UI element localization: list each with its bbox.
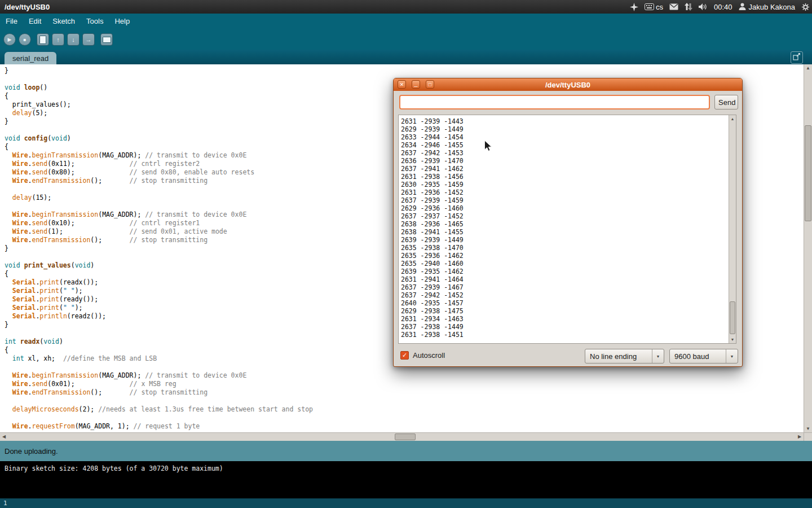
serial-row: 2637 -2938 -1449 <box>401 323 729 331</box>
mouse-cursor <box>484 140 493 152</box>
mail-icon[interactable] <box>669 3 678 10</box>
console-text: Binary sketch size: 4208 bytes (of a 307… <box>5 465 807 472</box>
serial-window-title: /dev/ttyUSB0 <box>394 81 742 89</box>
baud-rate-select[interactable]: 9600 baud ▼ <box>669 349 738 364</box>
serial-monitor-button[interactable] <box>100 33 113 46</box>
gear-icon[interactable] <box>801 3 810 11</box>
user-icon <box>739 3 746 11</box>
menu-help[interactable]: Help <box>109 14 135 29</box>
menu-edit[interactable]: Edit <box>23 14 47 29</box>
serial-monitor-icon <box>103 37 111 43</box>
menu-sketch[interactable]: Sketch <box>47 14 81 29</box>
tab-serial-read[interactable]: serial_read <box>5 52 56 64</box>
menu-file[interactable]: File <box>0 14 23 29</box>
serial-scroll-thumb[interactable] <box>730 301 735 334</box>
serial-row: 2637 -2937 -1452 <box>401 212 729 220</box>
down-arrow-icon: ↓ <box>72 36 75 43</box>
serial-row: 2631 -2936 -1452 <box>401 189 729 196</box>
serial-window-titlebar[interactable]: /dev/ttyUSB0 ✕ ─ □ <box>394 78 742 91</box>
minimize-icon: ─ <box>414 85 417 88</box>
serial-monitor-controls: ✓ Autoscroll No line ending ▼ 9600 baud … <box>394 348 742 364</box>
code-line: Wire.endTransmission(); // stop transmit… <box>5 388 804 397</box>
toolbar: ▶ ■ ↑ ↓ → <box>0 29 812 50</box>
scroll-right-icon[interactable]: ▶ <box>796 433 804 441</box>
serial-row: 2629 -2938 -1475 <box>401 307 729 315</box>
serial-row: 2633 -2944 -1454 <box>401 133 729 141</box>
check-icon: ✓ <box>402 352 407 359</box>
serial-row: 2635 -2938 -1470 <box>401 244 729 252</box>
keyboard-layout-label: cs <box>656 3 663 11</box>
code-line <box>5 397 804 405</box>
up-arrow-icon: ↑ <box>56 36 60 43</box>
autoscroll-label: Autoscroll <box>413 351 445 360</box>
serial-row: 2629 -2939 -1449 <box>401 125 729 133</box>
tab-menu-icon <box>793 52 801 63</box>
maximize-icon: □ <box>429 82 431 87</box>
keyboard-layout-indicator[interactable]: cs <box>645 3 663 11</box>
stop-button[interactable]: ■ <box>19 33 31 46</box>
verify-button[interactable]: ▶ <box>3 33 16 46</box>
send-button[interactable]: Send <box>714 95 738 110</box>
editor-vertical-scrollbar[interactable]: ▲ ▼ <box>804 64 812 432</box>
serial-row: 2631 -2938 -1451 <box>401 331 729 339</box>
scroll-up-icon[interactable]: ▲ <box>729 115 736 122</box>
code-line <box>5 414 804 422</box>
clock[interactable]: 00:40 <box>714 3 732 11</box>
serial-row: 2635 -2936 -1462 <box>401 252 729 260</box>
scroll-down-icon[interactable]: ▼ <box>804 425 812 432</box>
code-line: delayMicroseconds(2); //needs at least 1… <box>5 405 804 414</box>
serial-row: 2637 -2939 -1467 <box>401 283 729 291</box>
keyboard-icon <box>645 3 654 10</box>
right-arrow-icon: → <box>86 36 92 43</box>
minimize-button[interactable]: ─ <box>412 80 420 89</box>
serial-send-input[interactable] <box>399 95 710 110</box>
editor-horizontal-scrollbar[interactable]: ◀ ▶ <box>0 432 804 441</box>
system-tray: cs 00:40 Jakub Kakona <box>630 0 810 14</box>
scroll-up-icon[interactable]: ▲ <box>804 64 812 72</box>
user-menu[interactable]: Jakub Kakona <box>739 3 795 11</box>
serial-row: 2639 -2935 -1462 <box>401 268 729 275</box>
line-ending-value: No line ending <box>585 352 652 361</box>
star-icon[interactable] <box>630 3 638 11</box>
new-sketch-button[interactable] <box>37 33 49 46</box>
horizontal-scroll-thumb[interactable] <box>395 433 416 440</box>
open-sketch-button[interactable]: ↑ <box>52 33 64 46</box>
volume-icon[interactable] <box>699 3 708 11</box>
vertical-scroll-thumb[interactable] <box>805 125 811 221</box>
maximize-button[interactable]: □ <box>426 80 434 89</box>
screen: /dev/ttyUSB0 cs 00:40 <box>0 0 812 508</box>
chevron-down-icon: ▼ <box>726 349 738 363</box>
network-transfer-icon[interactable] <box>685 3 692 11</box>
save-sketch-button[interactable]: ↓ <box>67 33 80 46</box>
tab-menu-button[interactable] <box>791 51 803 64</box>
serial-row: 2637 -2939 -1459 <box>401 196 729 204</box>
autoscroll-checkbox[interactable]: ✓ <box>400 351 409 360</box>
menubar: File Edit Sketch Tools Help <box>0 14 812 29</box>
serial-row: 2636 -2939 -1470 <box>401 157 729 165</box>
serial-monitor-window: /dev/ttyUSB0 ✕ ─ □ Send 2631 -2939 -1443… <box>393 78 743 367</box>
upload-button[interactable]: → <box>82 33 95 46</box>
line-ending-select[interactable]: No line ending ▼ <box>585 349 664 364</box>
serial-row: 2639 -2939 -1449 <box>401 236 729 244</box>
play-icon: ▶ <box>8 37 12 42</box>
serial-row: 2635 -2940 -1460 <box>401 260 729 268</box>
menu-tools[interactable]: Tools <box>81 14 109 29</box>
serial-row: 2638 -2936 -1465 <box>401 220 729 228</box>
code-line: Wire.requestFrom(MAG_ADDR, 1); // reques… <box>5 422 804 431</box>
code-line: Wire.send(0x01); // x MSB reg <box>5 380 804 388</box>
scroll-left-icon[interactable]: ◀ <box>0 433 8 441</box>
window-controls: ✕ ─ □ <box>398 80 434 89</box>
top-panel: /dev/ttyUSB0 cs 00:40 <box>0 0 812 14</box>
serial-output[interactable]: 2631 -2939 -14432629 -2939 -14492633 -29… <box>398 115 736 344</box>
serial-row: 2630 -2935 -1459 <box>401 181 729 189</box>
scroll-down-icon[interactable]: ▼ <box>729 336 736 343</box>
chevron-down-icon: ▼ <box>652 349 664 363</box>
line-number-strip: 1 <box>0 498 812 508</box>
serial-row: 2631 -2941 -1464 <box>401 275 729 283</box>
serial-output-scrollbar[interactable]: ▲ ▼ <box>729 115 736 343</box>
tab-label: serial_read <box>12 54 48 63</box>
close-button[interactable]: ✕ <box>398 80 406 89</box>
serial-row: 2634 -2946 -1455 <box>401 141 729 149</box>
serial-row: 2640 -2935 -1457 <box>401 299 729 307</box>
serial-row: 2631 -2938 -1456 <box>401 173 729 181</box>
